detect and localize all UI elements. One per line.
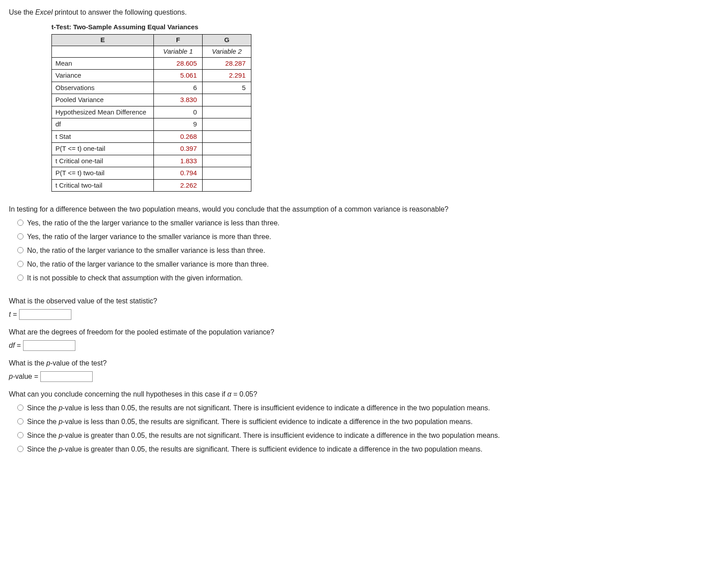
q4-suffix: -value of the test? [50,359,106,367]
option-rest: -value is greater than 0.05, the results… [63,445,482,453]
option-label: It is not possible to check that assumpt… [27,273,243,283]
q5-text: What can you conclude concerning the nul… [9,389,719,400]
table-row-label: t Critical two-tail [52,179,154,192]
option-label: No, the ratio of the larger variance to … [27,245,265,256]
q3-input[interactable] [23,340,75,351]
q5-option: Since the p-value is greater than 0.05, … [15,430,719,441]
table-row-g [203,167,251,180]
radio-input[interactable] [17,418,23,425]
q1-option: No, the ratio of the larger variance to … [15,245,719,256]
q4-input[interactable] [40,371,93,382]
option-label: Since the p-value is less than 0.05, the… [27,403,490,413]
table-row-f: 2.262 [154,179,203,192]
table-row-f: 0 [154,106,203,118]
table-row-f: 1.833 [154,155,203,167]
option-label: Since the p-value is greater than 0.05, … [27,444,482,455]
q4-input-line: p-value = [9,371,719,382]
option-prefix: Since the [27,445,59,453]
table-row-g [203,179,251,192]
option-label: Yes, the ratio of the the larger varianc… [27,218,280,228]
q2-input[interactable] [19,309,71,320]
table-row: Pooled Variance3.830 [52,94,251,106]
q5-options: Since the p-value is less than 0.05, the… [15,403,719,455]
table-row-label: Variance [52,70,154,82]
table-var-g: Variable 2 [203,46,251,57]
table-row: P(T <= t) two-tail0.794 [52,167,251,180]
q3-text: What are the degrees of freedom for the … [9,327,719,338]
option-italic: p [59,404,63,412]
radio-input[interactable] [17,220,23,226]
table-var-row: Variable 1 Variable 2 [52,46,251,57]
radio-input[interactable] [17,247,23,253]
intro-text: Use the Excel printout to answer the fol… [9,7,719,18]
table-row: t Critical two-tail2.262 [52,179,251,192]
col-header-e: E [52,34,154,46]
table-row: P(T <= t) one-tail0.397 [52,143,251,155]
intro-prefix: Use the [9,8,35,16]
q4-var: p [9,373,13,380]
option-italic: p [59,432,63,439]
q2-eq: = [11,311,19,318]
table-row-label: Hypothesized Mean Difference [52,106,154,118]
option-label: Yes, the ratio of the larger variance to… [27,232,271,242]
option-prefix: Since the [27,432,59,439]
table-row-f: 3.830 [154,94,203,106]
table-row-label: t Stat [52,130,154,143]
q3-eq: = [15,342,23,349]
table-row-f: 9 [154,118,203,131]
table-row-g: 2.291 [203,70,251,82]
table-header-row: E F G [52,34,251,46]
table-row-g [203,94,251,106]
q1-option: No, the ratio of the larger variance to … [15,259,719,270]
q2-input-line: t = [9,309,719,320]
table-row: Observations65 [52,82,251,94]
q5-option: Since the p-value is greater than 0.05, … [15,444,719,455]
option-italic: p [59,418,63,425]
q1-option: Yes, the ratio of the larger variance to… [15,232,719,242]
q4-prefix: What is the [9,359,46,367]
radio-input[interactable] [17,275,23,281]
q1-option: Yes, the ratio of the the larger varianc… [15,218,719,228]
table-row-f: 28.605 [154,57,203,70]
q3-var: df [9,342,15,349]
radio-input[interactable] [17,261,23,267]
table-row: Variance5.0612.291 [52,70,251,82]
table-row-f: 5.061 [154,70,203,82]
table-row: Hypothesized Mean Difference0 [52,106,251,118]
q4-text: What is the p-value of the test? [9,358,719,369]
intro-suffix: printout to answer the following questio… [53,8,187,16]
q1-text: In testing for a difference between the … [9,204,719,215]
table-row-g: 28.287 [203,57,251,70]
option-prefix: Since the [27,418,59,425]
radio-input[interactable] [17,405,23,411]
table-row-label: Pooled Variance [52,94,154,106]
table-title: t-Test: Two-Sample Assuming Equal Varian… [51,22,719,32]
table-row-label: Observations [52,82,154,94]
table-row: df9 [52,118,251,131]
col-header-f: F [154,34,203,46]
table-row-g [203,143,251,155]
option-rest: -value is less than 0.05, the results ar… [63,404,490,412]
q5-alpha: α [227,390,231,398]
option-rest: -value is greater than 0.05, the results… [63,432,500,439]
radio-input[interactable] [17,233,23,240]
table-var-f: Variable 1 [154,46,203,57]
q5-option: Since the p-value is less than 0.05, the… [15,403,719,413]
option-label: No, the ratio of the larger variance to … [27,259,269,270]
table-row-g [203,130,251,143]
option-label: Since the p-value is less than 0.05, the… [27,417,473,427]
q1-option: It is not possible to check that assumpt… [15,273,719,283]
table-row-label: Mean [52,57,154,70]
radio-input[interactable] [17,446,23,452]
option-prefix: Since the [27,404,59,412]
table-row-g [203,118,251,131]
q4-var-suffix: -value = [13,373,40,380]
q5-suffix: = 0.05? [231,390,257,398]
table-row-f: 0.794 [154,167,203,180]
intro-italic: Excel [35,8,53,16]
table-row-f: 6 [154,82,203,94]
excel-table: E F G Variable 1 Variable 2 Mean28.60528… [51,34,251,192]
radio-input[interactable] [17,432,23,438]
table-row-label: df [52,118,154,131]
table-row-g [203,155,251,167]
